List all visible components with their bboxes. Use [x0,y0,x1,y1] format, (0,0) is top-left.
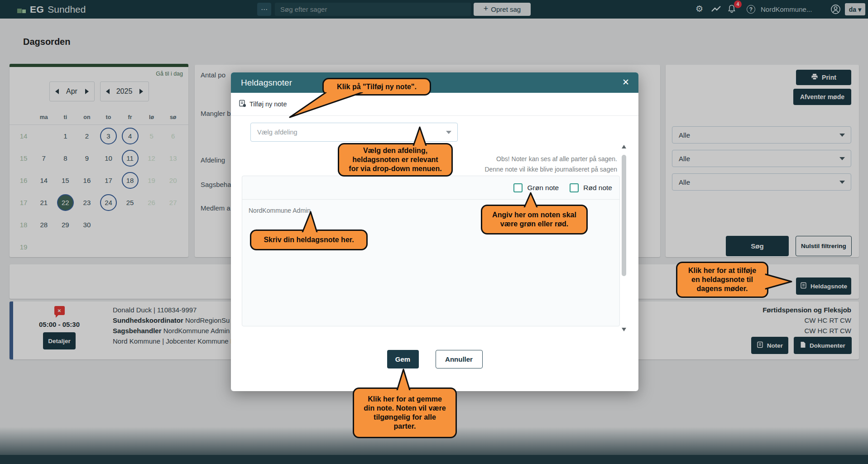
save-label: Gem [395,355,410,363]
note-editor-panel[interactable]: Grøn note Rød note NordKommune Admin [242,176,620,326]
callout-tail [288,92,365,119]
callout-write: Skriv din heldagsnote her. [250,230,368,250]
callout-tail [298,211,321,232]
callout-color: Angiv her om noten skal være grøn eller … [481,205,588,234]
note-color-row: Grøn note Rød note [242,176,619,200]
add-note-label: Tilføj ny note [249,100,287,108]
callout-tail [521,192,541,207]
callout-tail [409,126,431,146]
green-note-label: Grøn note [527,184,559,192]
modal-header: Heldagsnoter ✕ [231,72,638,93]
caret-down-icon [446,131,451,134]
cancel-button[interactable]: Annuller [436,350,483,368]
department-placeholder: Vælg afdeling [257,129,297,136]
green-note-checkbox[interactable] [513,183,523,192]
callout-department: Vælg den afdeling, heldagsnoten er relev… [338,143,453,177]
red-note-label: Rød note [583,184,612,192]
callout-open: Klik her for at tilføje en heldagsnote t… [676,262,768,298]
modal-scrollbar[interactable] [621,145,627,331]
obs-text: Obs! Noter kan ses af alle parter på sag… [484,154,617,175]
modal-scrollbar-thumb[interactable] [622,155,626,276]
add-note-button[interactable]: Tilføj ny note [239,100,287,109]
save-button[interactable]: Gem [387,350,419,368]
cancel-label: Annuller [445,355,473,363]
modal-actions: Gem Annuller [231,350,638,368]
modal-close-icon[interactable]: ✕ [622,77,629,87]
callout-tail [393,368,414,390]
callout-tail [765,271,794,292]
scroll-down-icon[interactable] [622,328,626,331]
modal-title: Heldagsnoter [241,78,292,88]
callout-save: Klik her for at gemme din note. Noten vi… [353,387,457,438]
scroll-up-icon[interactable] [622,145,626,148]
add-note-icon [239,100,246,109]
red-note-checkbox[interactable] [570,183,579,192]
